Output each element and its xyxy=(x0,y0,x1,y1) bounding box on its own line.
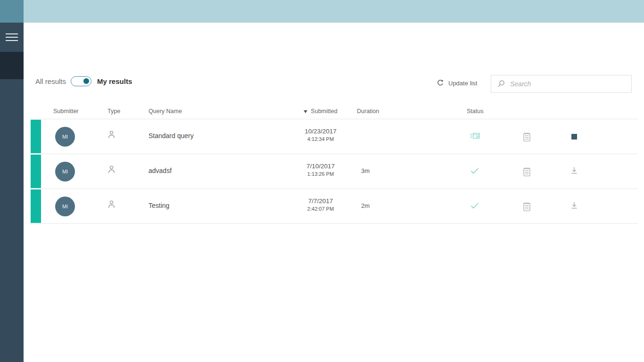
submitted-cell: 7/7/2017 2:42:07 PM xyxy=(285,197,356,212)
header-submitter[interactable]: Submitter xyxy=(53,108,79,115)
stop-icon xyxy=(571,134,577,140)
menu-button[interactable] xyxy=(0,23,24,52)
submitted-date: 7/10/2017 xyxy=(285,163,356,170)
avatar: MI xyxy=(55,127,75,147)
query-name: Standard query xyxy=(149,132,194,140)
duration: 2m xyxy=(351,202,380,209)
table-row[interactable]: MI advadsf 7/10/2017 1:13:26 PM 3m xyxy=(31,154,638,189)
sidebar-logo-square xyxy=(0,0,24,23)
hamburger-icon xyxy=(6,31,18,43)
person-icon xyxy=(108,131,115,140)
sidebar xyxy=(0,0,24,362)
results-table: Submitter Type Query Name Submitted Dura… xyxy=(31,106,638,224)
refresh-icon xyxy=(437,79,444,87)
header-submitted[interactable]: Submitted xyxy=(285,108,356,115)
row-action-button[interactable] xyxy=(564,154,585,189)
search-input[interactable] xyxy=(510,80,626,88)
view-details-button[interactable] xyxy=(516,154,537,189)
update-list-label: Update list xyxy=(448,80,477,87)
row-action-button[interactable] xyxy=(564,189,585,224)
download-icon xyxy=(570,202,578,211)
sidebar-active-item[interactable] xyxy=(0,52,24,79)
submitted-cell: 7/10/2017 1:13:26 PM xyxy=(285,163,356,177)
app-window: All results My results Update list Submi… xyxy=(0,0,644,362)
running-icon xyxy=(470,132,480,141)
clipboard-icon xyxy=(523,167,530,176)
submitted-date: 7/7/2017 xyxy=(285,197,356,205)
view-details-button[interactable] xyxy=(516,189,537,224)
row-action-button[interactable] xyxy=(564,119,585,154)
status-cell xyxy=(464,154,485,189)
table-header-row: Submitter Type Query Name Submitted Dura… xyxy=(31,106,638,119)
table-row[interactable]: MI Testing 7/7/2017 2:42:07 PM 2m xyxy=(31,189,638,224)
top-app-bar xyxy=(24,0,644,23)
submitted-time: 4:12:34 PM xyxy=(285,136,356,142)
update-list-button[interactable]: Update list xyxy=(437,79,477,87)
table-row[interactable]: MI Standard query 10/23/2017 4:12:34 PM xyxy=(31,119,638,154)
check-icon xyxy=(471,202,479,211)
clipboard-icon xyxy=(523,202,530,211)
status-cell xyxy=(464,189,485,224)
my-results-label: My results xyxy=(97,77,132,85)
header-type[interactable]: Type xyxy=(107,108,120,115)
header-query-name[interactable]: Query Name xyxy=(149,108,182,115)
duration: 3m xyxy=(351,167,380,174)
avatar: MI xyxy=(55,197,75,216)
submitted-time: 2:42:07 PM xyxy=(285,206,356,212)
submitted-time: 1:13:26 PM xyxy=(285,171,356,177)
row-accent-bar xyxy=(31,155,41,188)
view-details-button[interactable] xyxy=(516,119,537,154)
header-duration[interactable]: Duration xyxy=(357,108,379,115)
submitted-date: 10/23/2017 xyxy=(285,128,356,135)
all-results-label: All results xyxy=(35,77,66,85)
search-box xyxy=(491,75,632,93)
check-icon xyxy=(471,167,479,176)
submitted-cell: 10/23/2017 4:12:34 PM xyxy=(285,128,356,142)
toggle-knob-icon xyxy=(83,78,89,84)
download-icon xyxy=(570,167,578,176)
avatar: MI xyxy=(55,162,75,181)
row-accent-bar xyxy=(31,120,41,153)
header-status[interactable]: Status xyxy=(467,108,483,115)
results-toggle-group: All results My results xyxy=(35,76,132,86)
query-name: Testing xyxy=(149,202,169,209)
sort-desc-icon xyxy=(304,110,307,113)
person-icon xyxy=(108,165,115,175)
status-cell xyxy=(464,119,485,154)
person-icon xyxy=(108,200,115,210)
query-name: advadsf xyxy=(149,167,172,174)
search-icon xyxy=(497,80,505,88)
row-accent-bar xyxy=(31,189,41,223)
results-toggle[interactable] xyxy=(71,76,91,86)
clipboard-icon xyxy=(523,132,530,141)
